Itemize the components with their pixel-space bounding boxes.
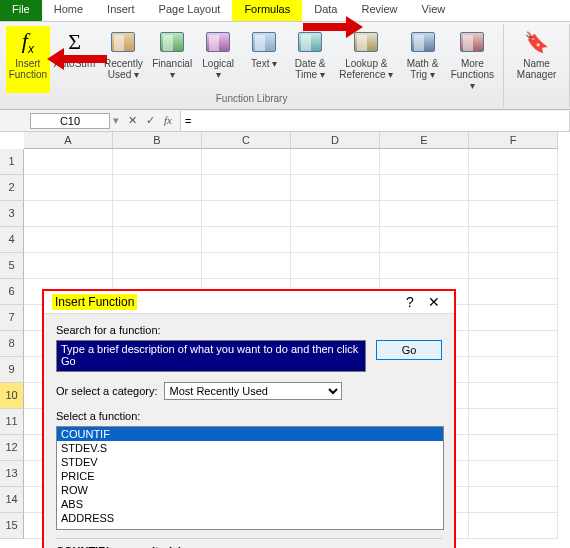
cancel-icon[interactable]: ✕: [124, 114, 140, 127]
list-item[interactable]: STDEV: [57, 455, 443, 469]
cell[interactable]: [291, 227, 380, 253]
cell[interactable]: [469, 253, 558, 279]
financial-button[interactable]: Financial ▾: [151, 26, 193, 93]
tab-pagelayout[interactable]: Page Layout: [147, 0, 233, 21]
cell[interactable]: [202, 253, 291, 279]
row-header[interactable]: 11: [0, 409, 24, 435]
cell[interactable]: [113, 201, 202, 227]
tab-formulas[interactable]: Formulas: [232, 0, 302, 21]
cell[interactable]: [469, 175, 558, 201]
cell[interactable]: [24, 201, 113, 227]
cell[interactable]: [469, 461, 558, 487]
row-header[interactable]: 4: [0, 227, 24, 253]
list-item[interactable]: PRICE: [57, 469, 443, 483]
cell[interactable]: [380, 227, 469, 253]
row-header[interactable]: 9: [0, 357, 24, 383]
cell[interactable]: [113, 149, 202, 175]
name-box[interactable]: C10: [30, 113, 110, 129]
insert-function-button[interactable]: fx Insert Function: [6, 26, 50, 93]
list-item[interactable]: ADDRESS: [57, 511, 443, 525]
col-header[interactable]: E: [380, 132, 469, 149]
cell[interactable]: [469, 227, 558, 253]
book-icon: [458, 28, 486, 56]
cell[interactable]: [291, 253, 380, 279]
row-header[interactable]: 6: [0, 279, 24, 305]
row-header[interactable]: 13: [0, 461, 24, 487]
list-item[interactable]: STDEV.S: [57, 441, 443, 455]
cell[interactable]: [469, 409, 558, 435]
cell[interactable]: [291, 175, 380, 201]
cell[interactable]: [380, 253, 469, 279]
enter-icon[interactable]: ✓: [142, 114, 158, 127]
col-header[interactable]: B: [113, 132, 202, 149]
cell[interactable]: [202, 201, 291, 227]
help-icon[interactable]: ?: [398, 294, 422, 310]
col-header[interactable]: A: [24, 132, 113, 149]
cell[interactable]: [291, 201, 380, 227]
cell[interactable]: [202, 175, 291, 201]
row-header[interactable]: 7: [0, 305, 24, 331]
cell[interactable]: [469, 383, 558, 409]
row-header[interactable]: 10: [0, 383, 24, 409]
cell[interactable]: [202, 149, 291, 175]
tab-home[interactable]: Home: [42, 0, 95, 21]
cell[interactable]: [469, 513, 558, 539]
cell[interactable]: [469, 435, 558, 461]
cell[interactable]: [469, 149, 558, 175]
more-functions-button[interactable]: More Functions ▾: [448, 26, 498, 93]
cell[interactable]: [469, 487, 558, 513]
function-list[interactable]: COUNTIFSTDEV.SSTDEVPRICEROWABSADDRESS: [56, 426, 444, 530]
tab-insert[interactable]: Insert: [95, 0, 147, 21]
dialog-title: Insert Function: [52, 294, 137, 310]
cell[interactable]: [469, 279, 558, 305]
name-manager-button[interactable]: 🔖 Name Manager: [510, 26, 563, 82]
cell[interactable]: [469, 305, 558, 331]
cell[interactable]: [113, 175, 202, 201]
cell[interactable]: [113, 227, 202, 253]
ribbon-tabs: File Home Insert Page Layout Formulas Da…: [0, 0, 570, 22]
category-select[interactable]: Most Recently Used: [164, 382, 342, 400]
cell[interactable]: [469, 331, 558, 357]
row-header[interactable]: 3: [0, 201, 24, 227]
row-header[interactable]: 8: [0, 331, 24, 357]
logical-button[interactable]: Logical ▾: [197, 26, 239, 93]
list-item[interactable]: COUNTIF: [57, 427, 443, 441]
cell[interactable]: [469, 201, 558, 227]
fx-icon[interactable]: fx: [160, 114, 176, 127]
col-header[interactable]: C: [202, 132, 291, 149]
tab-view[interactable]: View: [410, 0, 458, 21]
cell[interactable]: [202, 227, 291, 253]
row-header[interactable]: 15: [0, 513, 24, 539]
close-icon[interactable]: ✕: [422, 294, 446, 310]
row-header[interactable]: 1: [0, 149, 24, 175]
cell[interactable]: [24, 227, 113, 253]
cell[interactable]: [113, 253, 202, 279]
name-dropdown-icon[interactable]: ▾: [110, 114, 122, 127]
text-button[interactable]: Text ▾: [243, 26, 285, 93]
row-header[interactable]: 14: [0, 487, 24, 513]
row-header[interactable]: 5: [0, 253, 24, 279]
cell[interactable]: [380, 201, 469, 227]
tab-file[interactable]: File: [0, 0, 42, 21]
cell[interactable]: [380, 149, 469, 175]
cell[interactable]: [380, 175, 469, 201]
col-header[interactable]: D: [291, 132, 380, 149]
cell[interactable]: [24, 149, 113, 175]
go-button[interactable]: Go: [376, 340, 442, 360]
math-button[interactable]: Math & Trig ▾: [402, 26, 444, 93]
select-function-label: Select a function:: [56, 410, 442, 422]
row-header[interactable]: 2: [0, 175, 24, 201]
formula-bar: C10 ▾ ✕ ✓ fx: [0, 110, 570, 132]
search-input[interactable]: Type a brief description of what you wan…: [56, 340, 366, 372]
formula-input[interactable]: [180, 111, 570, 131]
cell[interactable]: [24, 253, 113, 279]
cell[interactable]: [24, 175, 113, 201]
svg-marker-0: [303, 16, 363, 38]
list-item[interactable]: ABS: [57, 497, 443, 511]
row-header[interactable]: 12: [0, 435, 24, 461]
col-header[interactable]: F: [469, 132, 558, 149]
list-item[interactable]: ROW: [57, 483, 443, 497]
cell[interactable]: [469, 357, 558, 383]
group-label: Function Library: [216, 93, 288, 106]
cell[interactable]: [291, 149, 380, 175]
